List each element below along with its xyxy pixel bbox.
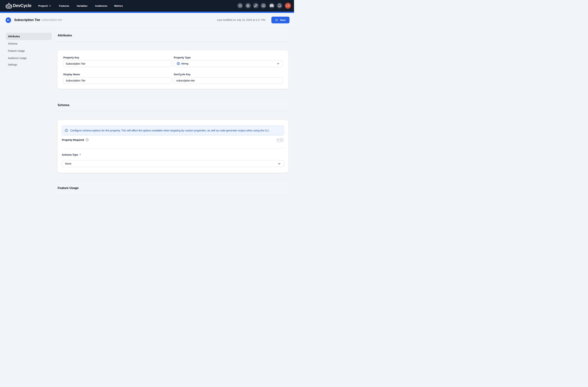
svg-text:S: S [178,63,179,64]
